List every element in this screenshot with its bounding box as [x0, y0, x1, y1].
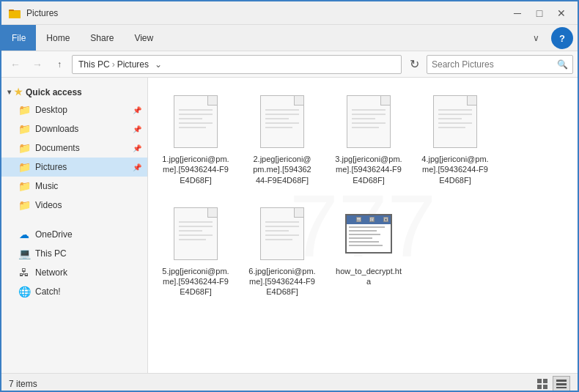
svg-rect-9: [556, 387, 567, 388]
refresh-button[interactable]: ↻: [405, 55, 424, 74]
sidebar-item-onedrive[interactable]: ☁ OneDrive: [1, 225, 147, 244]
folder-icon: 📁: [18, 103, 31, 117]
up-button[interactable]: ↑: [50, 55, 69, 74]
doc-lines: [438, 109, 472, 131]
breadcrumb-pictures[interactable]: Pictures: [117, 59, 149, 70]
menu-expand-button[interactable]: ∨: [525, 25, 547, 51]
detail-view-button[interactable]: [553, 376, 570, 392]
svg-rect-3: [537, 379, 542, 383]
sidebar-item-downloads[interactable]: 📁 Downloads 📌: [1, 119, 147, 138]
quick-access-label: Quick access: [26, 87, 82, 97]
svg-rect-2: [9, 11, 21, 18]
sidebar-item-pictures[interactable]: 📁 Pictures 📌: [1, 158, 147, 177]
maximize-button[interactable]: □: [529, 5, 550, 21]
sidebar-label-videos: Videos: [35, 200, 62, 210]
window-controls: ─ □ ✕: [507, 5, 572, 21]
sidebar-item-network[interactable]: 🖧 Network: [1, 263, 147, 282]
minimize-button[interactable]: ─: [507, 5, 528, 21]
back-button[interactable]: ←: [6, 55, 25, 74]
file-item[interactable]: ─ □ ✕ how_to_decrypt.hta: [328, 197, 409, 303]
svg-rect-8: [556, 383, 567, 385]
folder-icon: 📁: [18, 180, 31, 193]
view-controls: [534, 376, 570, 392]
file-icon: [256, 92, 309, 151]
status-bar: 7 items: [1, 373, 578, 392]
doc-icon: [174, 207, 218, 260]
file-item[interactable]: 6.jpg[jericoni@pm.me].[59436244-F9E4D68F…: [242, 197, 322, 303]
hta-titlebar: ─ □ ✕: [347, 215, 391, 224]
sidebar-item-videos[interactable]: 📁 Videos: [1, 196, 147, 215]
svg-rect-5: [537, 385, 542, 389]
file-item[interactable]: 4.jpg[jericoni@pm.me].[59436244-F9E4D68F…: [415, 85, 495, 191]
list-view-button[interactable]: [534, 376, 551, 392]
file-label: 1.jpg[jericoni@pm.me].[59436244-F9E4D68F…: [161, 154, 230, 185]
breadcrumb-dropdown-icon[interactable]: ⌄: [152, 58, 165, 71]
file-item[interactable]: 5.jpg[jericoni@pm.me].[59436244-F9E4D68F…: [155, 197, 236, 303]
breadcrumb[interactable]: This PC › Pictures ⌄: [72, 55, 402, 74]
sidebar-label-pictures: Pictures: [35, 162, 67, 172]
quick-star-icon: ★: [14, 86, 23, 97]
doc-lines: [265, 221, 299, 243]
hta-max-btn: □: [369, 217, 375, 222]
search-input[interactable]: [432, 59, 557, 70]
sidebar-item-catch[interactable]: 🌐 Catch!: [1, 282, 147, 301]
pin-icon: 📌: [133, 106, 141, 114]
quick-access-chevron: ▾: [7, 88, 11, 96]
sidebar-item-desktop[interactable]: 📁 Desktop 📌: [1, 100, 147, 119]
file-icon: [342, 92, 395, 151]
help-button[interactable]: ?: [551, 27, 573, 49]
doc-icon: [347, 95, 391, 148]
pin-icon: 📌: [133, 144, 141, 152]
doc-icon: [260, 207, 304, 260]
svg-rect-7: [556, 380, 567, 382]
catch-icon: 🌐: [18, 285, 31, 298]
sidebar-section-quick-access[interactable]: ▾ ★ Quick access: [1, 84, 147, 100]
sidebar-item-this-pc[interactable]: 💻 This PC: [1, 244, 147, 263]
hta-min-btn: ─: [356, 217, 361, 222]
menu-bar: File Home Share View ∨ ?: [1, 25, 578, 51]
file-icon: [169, 92, 222, 151]
breadcrumb-this-pc[interactable]: This PC: [78, 59, 110, 70]
menu-home[interactable]: Home: [36, 25, 80, 51]
hta-window: ─ □ ✕: [345, 214, 392, 254]
chevron-down-icon: ∨: [533, 33, 539, 43]
title-bar: Pictures ─ □ ✕: [1, 1, 578, 25]
menu-view[interactable]: View: [124, 25, 163, 51]
file-label: 2.jpeg[jericoni@pm.me].[59436244-F9E4D68…: [253, 154, 311, 185]
svg-rect-6: [543, 385, 547, 389]
forward-button[interactable]: →: [28, 55, 47, 74]
sidebar-item-documents[interactable]: 📁 Documents 📌: [1, 138, 147, 158]
file-label: how_to_decrypt.hta: [334, 266, 403, 287]
window-title: Pictures: [26, 8, 507, 18]
file-label: 4.jpg[jericoni@pm.me].[59436244-F9E4D68F…: [421, 154, 490, 185]
file-item[interactable]: 1.jpg[jericoni@pm.me].[59436244-F9E4D68F…: [155, 85, 236, 191]
sidebar-item-music[interactable]: 📁 Music: [1, 177, 147, 196]
doc-icon: [174, 95, 218, 148]
menu-share[interactable]: Share: [80, 25, 124, 51]
sidebar-label-catch: Catch!: [35, 286, 61, 297]
computer-icon: 💻: [18, 247, 31, 260]
search-bar: 🔍: [427, 55, 573, 74]
menu-file[interactable]: File: [1, 25, 36, 51]
sidebar-separator: [1, 219, 147, 225]
window-icon: [7, 6, 22, 21]
main-layout: ▾ ★ Quick access 📁 Desktop 📌 📁 Downloads…: [1, 78, 578, 373]
doc-lines: [352, 109, 386, 131]
pin-icon: 📌: [133, 163, 141, 171]
file-item[interactable]: 3.jpg[jericoni@pm.me].[59436244-F9E4D68F…: [328, 85, 409, 191]
sidebar-label-documents: Documents: [35, 143, 80, 153]
file-icon: [169, 204, 222, 263]
address-bar: ← → ↑ This PC › Pictures ⌄ ↻ 🔍: [1, 51, 578, 78]
search-icon[interactable]: 🔍: [557, 59, 568, 70]
close-button[interactable]: ✕: [551, 5, 572, 21]
folder-icon: 📁: [18, 122, 31, 136]
doc-lines: [265, 109, 299, 131]
hta-file-icon: ─ □ ✕: [342, 204, 395, 263]
hta-close-btn: ✕: [383, 217, 388, 222]
folder-icon: 📁: [18, 141, 31, 155]
file-label: 3.jpg[jericoni@pm.me].[59436244-F9E4D68F…: [334, 154, 403, 185]
doc-lines: [179, 109, 213, 131]
folder-icon: 📁: [18, 160, 31, 174]
file-item[interactable]: 2.jpeg[jericoni@pm.me].[59436244-F9E4D68…: [242, 85, 322, 191]
file-label: 6.jpg[jericoni@pm.me].[59436244-F9E4D68F…: [248, 266, 317, 297]
